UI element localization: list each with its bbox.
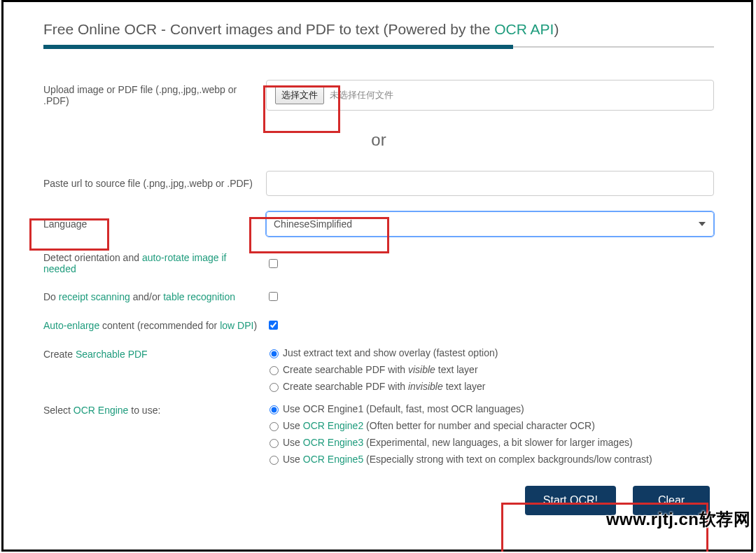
language-select[interactable]: ChineseSimplified (266, 211, 714, 237)
header-divider (43, 46, 714, 48)
header-divider-progress (43, 45, 513, 49)
window-frame (1, 0, 753, 552)
